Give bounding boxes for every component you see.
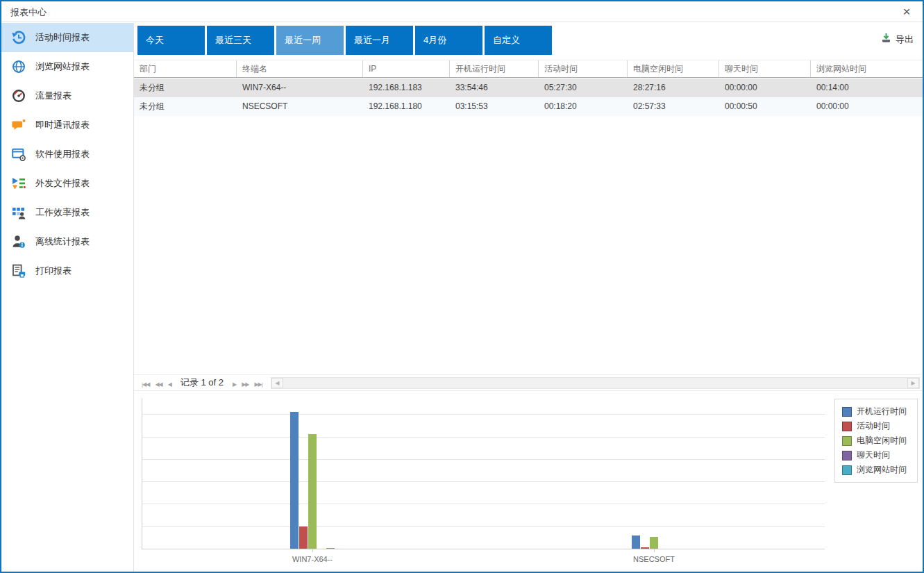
column-header[interactable]: 聊天时间 (719, 60, 811, 77)
print-report-icon (10, 263, 27, 279)
table-cell: 00:18:20 (539, 97, 628, 116)
bar-NSECSOFT-活动时间 (641, 547, 649, 549)
sidebar-item-1[interactable]: 浏览网站报表 (1, 52, 133, 81)
chart-gridline (142, 504, 825, 504)
table-cell: 00:00:00 (811, 97, 923, 116)
bar-WIN7-X64---活动时间 (299, 526, 308, 549)
sidebar-item-6[interactable]: 工作效率报表 (1, 198, 133, 227)
table-row[interactable]: 未分组WIN7-X64--192.168.1.18333:54:4605:27:… (134, 78, 923, 97)
x-axis-tick (312, 549, 313, 552)
column-header[interactable]: 部门 (134, 60, 237, 77)
prev-page-button[interactable]: ◀ (165, 381, 174, 388)
legend-swatch (842, 436, 852, 446)
export-download-icon (880, 32, 892, 47)
legend-item: 活动时间 (842, 420, 910, 432)
bar-NSECSOFT-开机运行时间 (632, 535, 640, 549)
sidebar-item-8[interactable]: 打印报表 (1, 256, 133, 285)
table-header: 部门终端名IP开机运行时间活动时间电脑空闲时间聊天时间浏览网站时间 (134, 60, 923, 78)
x-axis-label: WIN7-X64-- (264, 555, 361, 563)
first-page-button[interactable]: |◀◀ (139, 381, 152, 388)
table-row[interactable]: 未分组NSECSOFT192.168.1.18003:15:5300:18:20… (134, 97, 923, 116)
bar-NSECSOFT-电脑空闲时间 (650, 537, 658, 549)
sidebar-item-label: 外发文件报表 (35, 177, 90, 190)
tab-2[interactable]: 最近一周 (276, 26, 344, 55)
export-label: 导出 (896, 33, 914, 46)
table-cell: 33:54:46 (450, 78, 539, 97)
date-range-tabstrip: 今天最近三天最近一周最近一月4月份自定义 (137, 26, 554, 55)
close-icon[interactable]: × (898, 3, 916, 21)
sidebar-item-4[interactable]: 软件使用报表 (1, 140, 133, 169)
chart-gridline (142, 481, 825, 482)
chart-y-axis (142, 398, 142, 549)
table-cell: 00:00:50 (719, 97, 811, 116)
table-cell: 03:15:53 (450, 97, 539, 116)
legend-label: 开机运行时间 (857, 406, 907, 417)
legend-label: 聊天时间 (857, 449, 890, 461)
sidebar-item-label: 流量报表 (35, 90, 72, 102)
offline-person-icon (10, 234, 27, 249)
table-cell: 192.168.1.180 (363, 97, 450, 116)
sidebar-item-label: 打印报表 (35, 265, 72, 277)
tab-0[interactable]: 今天 (137, 26, 205, 55)
x-axis-tick (654, 549, 655, 552)
legend-swatch (842, 465, 852, 475)
column-header[interactable]: 开机运行时间 (450, 60, 539, 77)
sidebar-item-5[interactable]: 外发文件报表 (1, 169, 133, 198)
tab-3[interactable]: 最近一月 (346, 26, 413, 55)
legend-label: 浏览网站时间 (857, 464, 907, 476)
legend-label: 电脑空闲时间 (857, 435, 907, 447)
report-center-window: 报表中心 × 活动时间报表浏览网站报表流量报表即时通讯报表软件使用报表外发文件报… (0, 0, 924, 573)
table-cell: 00:14:00 (811, 78, 923, 97)
sidebar: 活动时间报表浏览网站报表流量报表即时通讯报表软件使用报表外发文件报表工作效率报表… (1, 23, 134, 572)
table-cell: WIN7-X64-- (237, 78, 363, 97)
sidebar-item-label: 即时通讯报表 (35, 119, 90, 131)
sidebar-item-2[interactable]: 流量报表 (1, 81, 133, 110)
content-area: 今天最近三天最近一周最近一月4月份自定义 导出 部门终端名IP开机运行时间活动时… (134, 23, 923, 572)
scroll-left-icon[interactable]: ◀ (271, 378, 283, 388)
column-header[interactable]: 活动时间 (539, 60, 628, 77)
bar-WIN7-X64---开机运行时间 (290, 412, 299, 549)
table-cell: 28:27:16 (628, 78, 719, 97)
sidebar-item-label: 活动时间报表 (35, 31, 90, 44)
column-header[interactable]: IP (363, 60, 450, 77)
chart-gridline (142, 414, 825, 415)
window-title: 报表中心 (10, 6, 47, 19)
sidebar-item-label: 工作效率报表 (35, 206, 90, 219)
tab-4[interactable]: 4月份 (415, 26, 482, 55)
bar-WIN7-X64---浏览网站时间 (326, 548, 335, 549)
legend-item: 浏览网站时间 (842, 464, 910, 476)
chart-gridline (142, 459, 825, 460)
chat-bubble-icon (10, 117, 27, 133)
column-header[interactable]: 终端名 (237, 60, 363, 77)
last-page-button[interactable]: ▶▶| (251, 381, 264, 388)
sidebar-item-label: 软件使用报表 (35, 148, 90, 160)
chart-gridline (142, 437, 825, 438)
sidebar-item-0[interactable]: 活动时间报表 (1, 23, 133, 52)
sidebar-item-3[interactable]: 即时通讯报表 (1, 110, 133, 140)
table-cell: NSECSOFT (237, 97, 363, 116)
table-cell: 05:27:30 (539, 78, 628, 97)
column-header[interactable]: 浏览网站时间 (811, 60, 923, 77)
gauge-icon (10, 88, 27, 103)
title-bar: 报表中心 × (1, 1, 923, 22)
legend-swatch (842, 407, 852, 417)
tab-1[interactable]: 最近三天 (207, 26, 274, 55)
horizontal-scrollbar[interactable]: ◀ ▶ (271, 377, 920, 389)
table-cell: 02:57:33 (628, 97, 719, 116)
sidebar-item-7[interactable]: 离线统计报表 (1, 227, 133, 256)
software-window-icon (10, 147, 27, 162)
legend-item: 电脑空闲时间 (842, 435, 910, 447)
scroll-right-icon[interactable]: ▶ (907, 378, 919, 388)
legend-item: 开机运行时间 (842, 406, 910, 417)
history-clock-icon (10, 30, 27, 45)
table-cell: 未分组 (134, 97, 237, 116)
legend-swatch (842, 451, 852, 460)
column-header[interactable]: 电脑空闲时间 (628, 60, 719, 77)
tab-5[interactable]: 自定义 (485, 26, 552, 55)
export-button[interactable]: 导出 (880, 32, 914, 47)
fast-prev-button[interactable]: ◀◀ (152, 381, 165, 388)
fast-next-button[interactable]: ▶▶ (239, 381, 251, 388)
next-page-button[interactable]: ▶ (230, 381, 239, 388)
sidebar-item-label: 浏览网站报表 (35, 60, 90, 73)
pagination-bar: |◀◀◀◀◀ 记录 1 of 2 ▶▶▶▶▶| ◀ ▶ (134, 374, 920, 390)
